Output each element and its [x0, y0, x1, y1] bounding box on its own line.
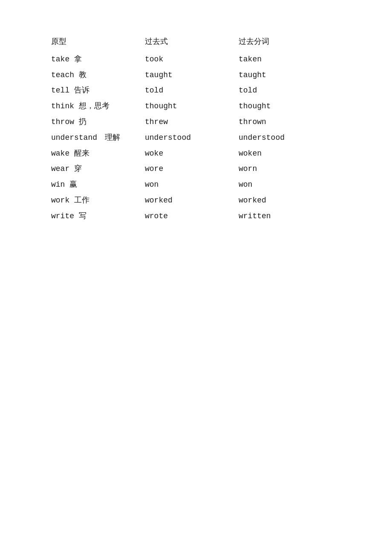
table-row-4-col-2: thrown — [239, 114, 332, 130]
table-row-7-col-1: wore — [145, 161, 239, 177]
table-row-8-col-1: won — [145, 177, 239, 193]
table-row-1-col-1: taught — [145, 67, 239, 83]
table-row-6-col-2: woken — [239, 146, 332, 162]
table-row-3-col-2: thought — [239, 98, 332, 114]
header-past-participle: 过去分词 — [239, 34, 332, 52]
table-row-9-col-2: worked — [239, 193, 332, 208]
table-row-3-col-1: thought — [145, 98, 239, 114]
table-row-7-col-0: wear 穿 — [51, 161, 145, 177]
header-base-form: 原型 — [51, 34, 145, 52]
word-table: 原型 过去式 过去分词 — [51, 34, 341, 52]
word-data-table: take 拿tooktakenteach 教taughttaughttell 告… — [51, 52, 341, 224]
table-row-10-col-1: wrote — [145, 208, 239, 224]
table-row-4-col-1: threw — [145, 114, 239, 130]
page-container: 原型 过去式 过去分词 take 拿tooktakenteach 教taught… — [0, 0, 392, 258]
table-row-0-col-2: taken — [239, 52, 332, 67]
table-row-0-col-0: take 拿 — [51, 52, 145, 67]
table-row-0-col-1: took — [145, 52, 239, 67]
table-row-5-col-1: understood — [145, 130, 239, 146]
table-row-2-col-0: tell 告诉 — [51, 83, 145, 98]
table-row-5-col-0: understand 理解 — [51, 130, 145, 146]
table-row-10-col-2: written — [239, 208, 332, 224]
table-row-1-col-2: taught — [239, 67, 332, 83]
table-row-2-col-2: told — [239, 83, 332, 98]
table-row-9-col-0: work 工作 — [51, 193, 145, 208]
table-row-7-col-2: worn — [239, 161, 332, 177]
table-row-2-col-1: told — [145, 83, 239, 98]
table-row-9-col-1: worked — [145, 193, 239, 208]
table-row-3-col-0: think 想，思考 — [51, 98, 145, 114]
table-row-5-col-2: understood — [239, 130, 332, 146]
table-row-1-col-0: teach 教 — [51, 67, 145, 83]
header-past-tense: 过去式 — [145, 34, 239, 52]
table-row-8-col-0: win 赢 — [51, 177, 145, 193]
table-row-4-col-0: throw 扔 — [51, 114, 145, 130]
table-row-8-col-2: won — [239, 177, 332, 193]
table-row-6-col-1: woke — [145, 146, 239, 162]
table-row-10-col-0: write 写 — [51, 208, 145, 224]
table-row-6-col-0: wake 醒来 — [51, 146, 145, 162]
